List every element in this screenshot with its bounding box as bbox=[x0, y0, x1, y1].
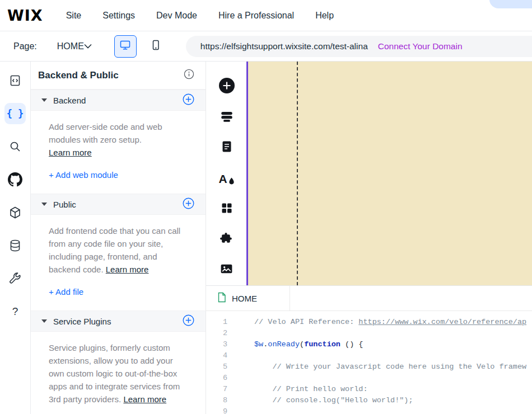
section-label: Service Plugins bbox=[53, 317, 111, 326]
topbar: WIX Site Settings Dev Mode Hire a Profes… bbox=[0, 0, 532, 31]
code-text: // console.log("Hello world!"); bbox=[254, 395, 413, 406]
rail-item-packages[interactable] bbox=[0, 196, 31, 229]
section-header-backend[interactable]: Backend bbox=[31, 90, 206, 111]
add-plugins-button[interactable] bbox=[206, 224, 247, 255]
add-service-plugin-icon[interactable] bbox=[183, 314, 194, 328]
menu-item-settings[interactable]: Settings bbox=[102, 11, 135, 21]
page-label: Page: bbox=[13, 41, 37, 51]
media-button[interactable] bbox=[206, 255, 247, 285]
page-bar: Page: HOME bbox=[0, 31, 532, 62]
code-line[interactable]: 5 // Write your Javascript code here usi… bbox=[206, 361, 532, 373]
site-design-button[interactable]: A bbox=[206, 163, 247, 194]
line-number: 4 bbox=[206, 350, 227, 361]
backend-public-panel: Backend & Public Backend bbox=[31, 62, 206, 414]
rail-item-search[interactable] bbox=[0, 130, 31, 163]
site-url: https://elfsightsupport.wixsite.com/test… bbox=[200, 41, 368, 51]
code-line[interactable]: 3$w.onReady(function () { bbox=[206, 339, 532, 350]
code-braces-icon: { } bbox=[4, 103, 26, 124]
panel-title: Backend & Public bbox=[38, 70, 119, 81]
learn-more-link[interactable]: Learn more bbox=[106, 265, 149, 274]
collapse-arrow-icon[interactable] bbox=[41, 203, 47, 206]
code-lines: 1// Velo API Reference: https://www.wix.… bbox=[206, 317, 532, 414]
code-line[interactable]: 4 bbox=[206, 350, 532, 361]
learn-more-link[interactable]: Learn more bbox=[123, 394, 166, 404]
collapse-arrow-icon[interactable] bbox=[41, 98, 47, 102]
rail-item-database[interactable] bbox=[0, 229, 31, 262]
menu-item-dev-mode[interactable]: Dev Mode bbox=[156, 11, 197, 21]
code-line[interactable]: 6 bbox=[206, 373, 532, 384]
topbar-menu: Site Settings Dev Mode Hire a Profession… bbox=[66, 11, 334, 21]
page-canvas[interactable] bbox=[248, 62, 532, 285]
search-icon bbox=[4, 136, 26, 157]
code-text: // Velo API Reference: https://www.wix.c… bbox=[254, 317, 526, 328]
database-icon bbox=[4, 235, 26, 256]
connect-domain-link[interactable]: Connect Your Domain bbox=[378, 41, 463, 51]
section-body-public: Add frontend code that you can call from… bbox=[31, 215, 206, 310]
info-icon[interactable] bbox=[184, 69, 194, 82]
github-icon bbox=[4, 169, 26, 190]
chevron-down-icon bbox=[84, 44, 92, 49]
puzzle-icon bbox=[220, 232, 234, 248]
page-file-icon bbox=[217, 292, 226, 305]
rail-item-tools[interactable] bbox=[0, 262, 31, 295]
page-selector[interactable]: Page: HOME bbox=[0, 31, 103, 62]
site-url-bar[interactable]: https://elfsightsupport.wixsite.com/test… bbox=[186, 36, 532, 57]
rail-item-page-code[interactable] bbox=[0, 64, 31, 97]
device-toggle bbox=[103, 35, 178, 58]
code-line[interactable]: 2 bbox=[206, 328, 532, 339]
collapse-arrow-icon[interactable] bbox=[41, 319, 47, 323]
rail-item-github[interactable] bbox=[0, 163, 31, 196]
wix-logo[interactable]: WIX bbox=[7, 7, 43, 24]
section-body-backend: Add server-side code and web modules wit… bbox=[31, 111, 206, 194]
section-description: Add server-side code and web modules wit… bbox=[49, 120, 184, 146]
code-line[interactable]: 1// Velo API Reference: https://www.wix.… bbox=[206, 317, 532, 328]
app-market-button[interactable] bbox=[206, 194, 247, 224]
add-section-button[interactable] bbox=[206, 102, 247, 133]
line-number: 8 bbox=[206, 395, 227, 406]
package-icon bbox=[4, 202, 26, 223]
add-file-button[interactable]: + Add file bbox=[49, 287, 83, 297]
topbar-cut-button[interactable] bbox=[489, 0, 532, 8]
code-line[interactable]: 9 bbox=[206, 406, 532, 414]
line-number: 6 bbox=[206, 373, 227, 384]
menu-item-site[interactable]: Site bbox=[66, 11, 82, 21]
section-body-service-plugins: Service plugins, formerly custom extensi… bbox=[31, 332, 206, 414]
help-icon: ? bbox=[4, 301, 26, 322]
image-icon bbox=[220, 262, 234, 278]
rail-item-help[interactable]: ? bbox=[0, 295, 31, 328]
wix-editor-dev-mode: WIX Site Settings Dev Mode Hire a Profes… bbox=[0, 0, 532, 414]
site-design-icon: A bbox=[218, 173, 234, 185]
add-web-module-button[interactable]: + Add web module bbox=[49, 170, 118, 180]
section-header-service-plugins[interactable]: Service Plugins bbox=[31, 310, 206, 332]
editor-toolbar: A bbox=[206, 62, 247, 285]
add-element-button[interactable] bbox=[206, 72, 247, 102]
add-backend-icon[interactable] bbox=[183, 93, 194, 107]
page-icon bbox=[220, 140, 234, 156]
line-number: 3 bbox=[206, 339, 227, 350]
menu-item-hire-a-professional[interactable]: Hire a Professional bbox=[218, 11, 294, 21]
code-tab-bar: HOME bbox=[206, 286, 532, 311]
mobile-icon bbox=[150, 39, 161, 53]
code-text: // Print hello world: bbox=[254, 384, 368, 395]
desktop-view-button[interactable] bbox=[114, 35, 137, 58]
code-tab-home[interactable]: HOME bbox=[206, 286, 290, 310]
rail-item-code-files[interactable]: { } bbox=[0, 97, 31, 130]
code-tab-label: HOME bbox=[232, 294, 257, 303]
code-line[interactable]: 8 // console.log("Hello world!"); bbox=[206, 395, 532, 406]
apps-grid-icon bbox=[220, 201, 234, 217]
add-public-icon[interactable] bbox=[183, 197, 194, 211]
line-number: 1 bbox=[206, 317, 227, 328]
code-text: $w.onReady(function () { bbox=[254, 339, 363, 350]
code-text: // Write your Javascript code here using… bbox=[254, 361, 526, 373]
add-page-button[interactable] bbox=[206, 133, 247, 163]
menu-item-help[interactable]: Help bbox=[315, 11, 334, 21]
grid-guide-line bbox=[297, 62, 298, 285]
code-line[interactable]: 7 // Print hello world: bbox=[206, 384, 532, 395]
layers-icon bbox=[220, 109, 234, 126]
code-editor[interactable]: 1// Velo API Reference: https://www.wix.… bbox=[206, 312, 532, 414]
mobile-view-button[interactable] bbox=[144, 35, 167, 58]
wrench-icon bbox=[4, 268, 26, 289]
learn-more-link[interactable]: Learn more bbox=[49, 148, 92, 157]
section-label: Public bbox=[53, 200, 76, 209]
section-header-public[interactable]: Public bbox=[31, 194, 206, 215]
